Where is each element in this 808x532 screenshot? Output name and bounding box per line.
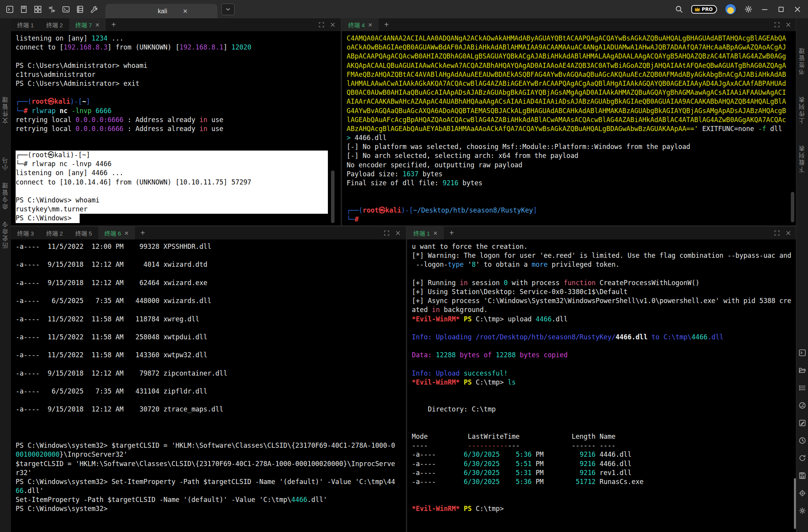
terminal-window-icon[interactable] <box>5 5 14 14</box>
pane-expand-icon[interactable] <box>318 21 325 28</box>
terminal-line: PS C:\Users\Administrator> exit <box>16 79 341 88</box>
terminal-line: ┌──(root㉿kali)-[~] <box>16 97 341 106</box>
terminal-line <box>16 378 406 387</box>
terminal-line: $targetCLSID = 'HKLM:\Software\Classes\C… <box>16 459 406 468</box>
terminal-line: -a---- 9/15/2018 12:12 AM 4014 xwizard.d… <box>16 260 406 269</box>
terminal-line: r32' <box>16 468 406 477</box>
pro-badge-label: PRO <box>702 7 713 12</box>
server-list-icon[interactable] <box>76 5 84 14</box>
tab-终端 2[interactable]: 终端 2 <box>40 18 69 31</box>
terminal-line <box>412 495 796 504</box>
pane-close-icon[interactable] <box>785 21 792 28</box>
new-tab-button[interactable]: + <box>135 229 151 238</box>
grid-layout-icon[interactable] <box>34 5 42 14</box>
tab-close-icon[interactable]: ✕ <box>368 22 373 28</box>
terminal-output-top-left[interactable]: listening on [any] 1234 ...connect to [1… <box>11 31 341 225</box>
right-rail-edit-icon[interactable] <box>797 418 807 427</box>
bookmark-file-icon[interactable] <box>20 5 28 14</box>
wrench-icon[interactable] <box>90 5 98 14</box>
terminal-output-top-right[interactable]: C4AMQA0AC4ANAA2ACIALAA0ADQANgA2ACkAOwAkA… <box>342 31 796 225</box>
right-rail-save-icon[interactable] <box>797 471 807 480</box>
terminal-line: Data: 12288 bytes of 12288 bytes copied <box>412 351 796 360</box>
close-icon[interactable] <box>793 5 802 14</box>
crown-icon <box>694 7 700 12</box>
tab-终端 7[interactable]: 终端 7✕ <box>69 18 106 31</box>
split-view-icon[interactable] <box>48 5 56 14</box>
right-rail-clock-icon[interactable] <box>797 436 807 445</box>
pane-expand-icon[interactable] <box>774 230 780 236</box>
pane-expand-icon[interactable] <box>774 21 780 28</box>
titlebar-right: PRO <box>675 4 808 15</box>
tab-终端 1[interactable]: 终端 1 <box>11 18 40 31</box>
search-icon[interactable] <box>675 5 683 14</box>
minimize-icon[interactable] <box>760 5 769 14</box>
pane-tabbar: 终端 1终端 2终端 7✕+ <box>11 18 341 31</box>
tab-终端 2[interactable]: 终端 2 <box>40 227 69 239</box>
left-sidebar-item-4[interactable]: 历史命令 <box>2 211 10 248</box>
right-sidebar-item-2[interactable]: 上传列表 <box>798 81 806 124</box>
scrollbar-thumb[interactable] <box>331 170 335 223</box>
scrollbar-thumb[interactable] <box>791 192 794 222</box>
terminal-line: AKQApACAALQBuAGUAIAAwACkAewA7ACQAZABhAHQ… <box>347 61 796 70</box>
left-sidebar-item-3[interactable]: 命令管理 <box>2 172 10 209</box>
pro-badge[interactable]: PRO <box>691 5 717 14</box>
right-rail-list-icon[interactable] <box>797 383 807 392</box>
terminal-cursor-icon[interactable] <box>62 5 70 14</box>
user-avatar[interactable] <box>725 4 736 15</box>
terminal-output-bottom-left[interactable]: -a---- 11/5/2022 12:00 PM 99328 XPSSHHDR… <box>11 239 406 532</box>
terminal-line: -a---- 11/5/2022 11:58 AM 258048 xwtpdui… <box>16 333 406 342</box>
terminal-line: -a---- 11/5/2022 11:58 AM 118784 xwreg.d… <box>16 315 406 324</box>
terminal-line: oACkAOwBbAGIAeQB0AGUAWwBdAF0AJABiAHkAdAB… <box>347 43 796 52</box>
terminal-line: -a---- 11/5/2022 11:58 AM 143360 xwtpw32… <box>16 351 406 360</box>
tab-终端 5[interactable]: 终端 5 <box>69 227 98 239</box>
terminal-line: Directory: C:\tmp <box>412 405 796 414</box>
pane-close-icon[interactable] <box>395 230 401 236</box>
right-sidebar-item-3[interactable]: 下载列表 <box>798 129 806 172</box>
new-tab-button[interactable]: + <box>444 229 459 238</box>
tab-close-icon[interactable]: ✕ <box>124 230 129 236</box>
terminal-line: -a---- 6/30/2025 5:51 PM 9216 4466.dll <box>412 459 796 468</box>
right-rail-gear-icon[interactable] <box>797 506 807 515</box>
terminal-line <box>347 188 796 197</box>
new-tab-button[interactable]: + <box>379 20 394 29</box>
left-sidebar-item-2[interactable]: 小马 <box>2 143 10 170</box>
terminal-line: ABpACAAPQAgACQAcwB0AHIAZQBhAG0ALgBSAGUAY… <box>347 52 796 61</box>
pane-expand-icon[interactable] <box>383 230 390 236</box>
terminal-line: -a---- 6/30/2025 5:31 PM 9216 rev1.dll <box>412 468 796 477</box>
left-sidebar-item-1[interactable]: 文件管理 <box>2 69 10 124</box>
terminal-line: Payload size: 1637 bytes <box>347 170 796 179</box>
terminal-line <box>16 396 406 405</box>
tab-终端 1[interactable]: 终端 1✕ <box>407 227 444 239</box>
session-tab-kali[interactable]: kali ✕ <box>105 4 217 18</box>
right-rail-refresh-icon[interactable] <box>797 453 807 463</box>
tab-终端 4[interactable]: 终端 4✕ <box>342 18 379 31</box>
terminal-line: FMAeQBzAHQAZQBtAC4AVABlAHgAdAAuAEEAUwBDA… <box>347 70 796 79</box>
pane-close-icon[interactable] <box>785 230 792 236</box>
terminal-line: ated in background. <box>412 305 796 314</box>
terminal-line: 66.dll' <box>16 486 406 495</box>
tab-终端 3[interactable]: 终端 3 <box>11 227 40 239</box>
right-rail-gauge-icon[interactable] <box>797 401 807 410</box>
session-tab-label: kali <box>158 8 167 15</box>
terminal-line: > 4466.dll <box>347 133 796 142</box>
right-rail-folder-open-icon[interactable] <box>797 365 807 375</box>
terminal-line: connect to [192.168.8.3] from (UNKNOWN) … <box>16 43 341 52</box>
terminal-line <box>347 197 796 206</box>
terminal-line <box>16 342 406 351</box>
terminal-pane-bottom-left: 终端 3终端 2终端 5终端 6✕+-a---- 11/5/2022 12:00… <box>11 227 406 532</box>
terminal-line: listening on [any] 1234 ... <box>16 34 341 43</box>
session-tab-close-icon[interactable]: ✕ <box>183 8 188 15</box>
session-dropdown-button[interactable] <box>221 4 235 15</box>
right-sidebar-item-1[interactable]: 书签管理 <box>798 32 806 75</box>
right-rail-terminal-window-icon[interactable] <box>797 348 807 357</box>
pane-close-icon[interactable] <box>329 21 336 28</box>
tab-终端 6[interactable]: 终端 6✕ <box>98 227 135 239</box>
settings-gear-icon[interactable] <box>744 5 753 14</box>
terminal-line <box>16 432 406 441</box>
maximize-icon[interactable] <box>777 5 785 14</box>
tab-close-icon[interactable]: ✕ <box>95 22 100 28</box>
tab-close-icon[interactable]: ✕ <box>433 230 438 236</box>
new-tab-button[interactable]: + <box>106 20 121 29</box>
terminal-output-bottom-right[interactable]: u want to force the creation.[*] Warning… <box>407 239 796 532</box>
right-rail-crosshair-icon[interactable] <box>797 488 807 498</box>
